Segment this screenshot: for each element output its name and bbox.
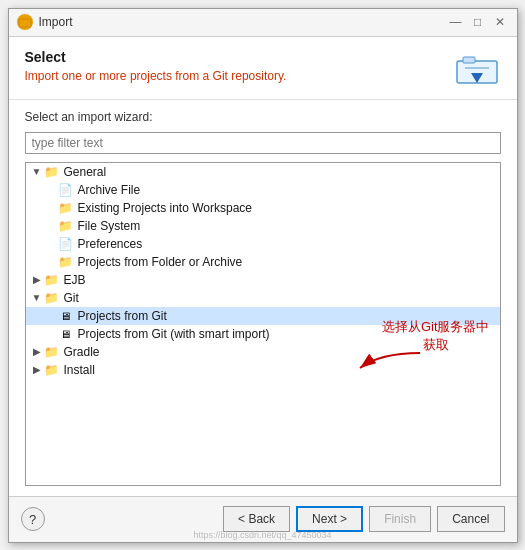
footer-left: ? xyxy=(21,507,45,531)
folder-icon-install: 📁 xyxy=(44,363,60,377)
filter-input[interactable] xyxy=(25,132,501,154)
label-file-system: File System xyxy=(78,219,141,233)
back-button[interactable]: < Back xyxy=(223,506,290,532)
label-existing-projects: Existing Projects into Workspace xyxy=(78,201,253,215)
label-projects-folder: Projects from Folder or Archive xyxy=(78,255,243,269)
next-button[interactable]: Next > xyxy=(296,506,363,532)
folder-icon-ejb: 📁 xyxy=(44,273,60,287)
label-git: Git xyxy=(64,291,79,305)
folder-icon-gradle: 📁 xyxy=(44,345,60,359)
title-bar-left: Import xyxy=(17,14,73,30)
label-ejb: EJB xyxy=(64,273,86,287)
finish-button[interactable]: Finish xyxy=(369,506,431,532)
dialog-body: Select an import wizard: ▼ 📁 General 📄 A… xyxy=(9,100,517,496)
svg-rect-1 xyxy=(21,17,26,20)
git-icon-projgit: 🖥 xyxy=(58,310,74,322)
tree-item-projects-from-git-smart[interactable]: 🖥 Projects from Git (with smart import) xyxy=(26,325,500,343)
file-icon-prefs: 📄 xyxy=(58,237,74,251)
title-bar: Import — □ ✕ xyxy=(9,9,517,37)
tree-item-file-system[interactable]: 📁 File System xyxy=(26,217,500,235)
toggle-general[interactable]: ▼ xyxy=(30,166,44,177)
folder-icon-git: 📁 xyxy=(44,291,60,305)
toggle-gradle[interactable]: ▶ xyxy=(30,346,44,357)
tree-container[interactable]: ▼ 📁 General 📄 Archive File 📁 Existing Pr… xyxy=(25,162,501,486)
label-projects-from-git-smart: Projects from Git (with smart import) xyxy=(78,327,270,341)
label-install: Install xyxy=(64,363,95,377)
header-icon xyxy=(453,49,501,89)
tree-item-install[interactable]: ▶ 📁 Install xyxy=(26,361,500,379)
wizard-label: Select an import wizard: xyxy=(25,110,501,124)
tree-item-projects-folder[interactable]: 📁 Projects from Folder or Archive xyxy=(26,253,500,271)
help-button[interactable]: ? xyxy=(21,507,45,531)
import-dialog: Import — □ ✕ Select Import one or more p… xyxy=(8,8,518,543)
tree-item-general[interactable]: ▼ 📁 General xyxy=(26,163,500,181)
minimize-button[interactable]: — xyxy=(447,13,465,31)
label-preferences: Preferences xyxy=(78,237,143,251)
folder-icon-general: 📁 xyxy=(44,165,60,179)
tree-item-projects-from-git[interactable]: 🖥 Projects from Git xyxy=(26,307,500,325)
git-icon-projgitsmart: 🖥 xyxy=(58,328,74,340)
tree-item-existing-projects[interactable]: 📁 Existing Projects into Workspace xyxy=(26,199,500,217)
tree-item-gradle[interactable]: ▶ 📁 Gradle xyxy=(26,343,500,361)
dialog-footer: ? < Back Next > Finish Cancel https://bl… xyxy=(9,496,517,542)
svg-rect-4 xyxy=(463,57,475,63)
toggle-git[interactable]: ▼ xyxy=(30,292,44,303)
footer-right: < Back Next > Finish Cancel xyxy=(223,506,504,532)
folder-icon-existing: 📁 xyxy=(58,201,74,215)
header-text: Select Import one or more projects from … xyxy=(25,49,287,83)
toggle-install[interactable]: ▶ xyxy=(30,364,44,375)
header-description: Import one or more projects from a Git r… xyxy=(25,69,287,83)
svg-rect-0 xyxy=(19,19,31,27)
label-gradle: Gradle xyxy=(64,345,100,359)
watermark: https://blog.csdn.net/qq_47450034 xyxy=(193,530,331,540)
cancel-button[interactable]: Cancel xyxy=(437,506,504,532)
window-icon xyxy=(17,14,33,30)
folder-icon-projfolder: 📁 xyxy=(58,255,74,269)
tree-item-preferences[interactable]: 📄 Preferences xyxy=(26,235,500,253)
window-title: Import xyxy=(39,15,73,29)
title-bar-controls: — □ ✕ xyxy=(447,13,509,31)
maximize-button[interactable]: □ xyxy=(469,13,487,31)
toggle-ejb[interactable]: ▶ xyxy=(30,274,44,285)
label-projects-from-git: Projects from Git xyxy=(78,309,167,323)
label-archive-file: Archive File xyxy=(78,183,141,197)
tree-item-ejb[interactable]: ▶ 📁 EJB xyxy=(26,271,500,289)
file-icon-archive: 📄 xyxy=(58,183,74,197)
label-general: General xyxy=(64,165,107,179)
tree-item-archive-file[interactable]: 📄 Archive File xyxy=(26,181,500,199)
tree-item-git[interactable]: ▼ 📁 Git xyxy=(26,289,500,307)
folder-icon-filesystem: 📁 xyxy=(58,219,74,233)
dialog-header: Select Import one or more projects from … xyxy=(9,37,517,100)
close-button[interactable]: ✕ xyxy=(491,13,509,31)
header-title: Select xyxy=(25,49,287,65)
